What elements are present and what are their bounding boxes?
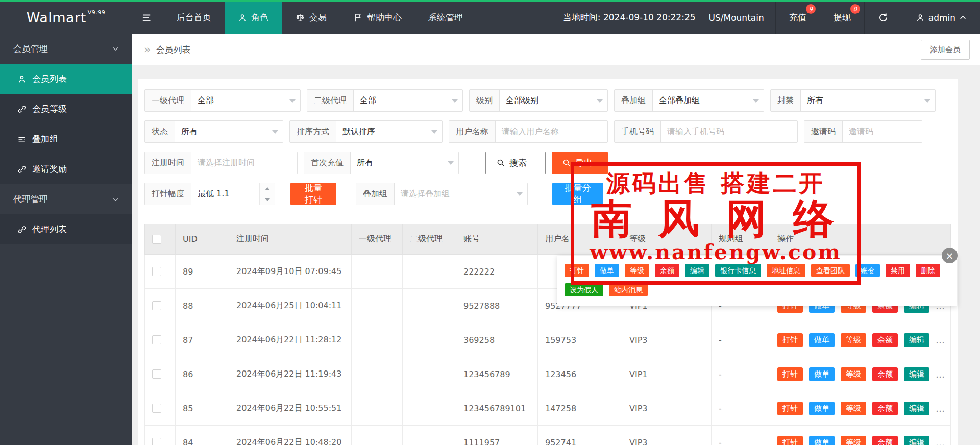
make-order-button[interactable]: 做单 [595,264,619,277]
cell-account: 123456789 [456,357,538,391]
balance-button[interactable]: 余额 [872,402,898,415]
menu-toggle-icon[interactable] [132,2,163,34]
nav-item-trade-label: 交易 [309,12,327,23]
phone-filter[interactable]: 手机号码请输入手机号码 [614,120,798,143]
nav-item-role[interactable]: 角色 [225,2,282,34]
spinner-up-icon[interactable] [260,183,275,194]
page-title: 会员列表 [156,44,190,56]
inject-range-field[interactable]: 打针幅度最低 1.1 [144,183,275,205]
agent2-filter-label: 二级代理 [307,90,354,111]
cell-reg-time: 2024年06月22日 10:55:51 [229,391,352,426]
level-filter[interactable]: 级别全部级别 [469,89,608,112]
sidebar-group-agent-management[interactable]: 代理管理 [0,184,132,214]
site-message-button[interactable]: 站内消息 [609,283,648,296]
username-filter-label: 用户名称 [449,121,496,142]
cell-reg-time: 2024年06月22日 11:28:12 [229,323,352,357]
sidebar-group-member-management[interactable]: 会员管理 [0,34,132,64]
agent1-filter[interactable]: 一级代理全部 [144,89,301,112]
user-menu[interactable]: admin [902,2,980,34]
sidebar-item-overlay-group[interactable]: 叠加组 [0,124,132,154]
account-change-button[interactable]: 账变 [855,264,880,277]
level-button[interactable]: 等级 [841,367,866,381]
first-recharge-filter[interactable]: 首次充值所有 [304,152,459,174]
spinner-down-icon[interactable] [260,194,275,205]
invite-code-filter[interactable]: 邀请码邀请码 [804,120,922,143]
edit-button[interactable]: 编辑 [904,367,929,381]
level-filter-value: 全部级别 [500,90,592,111]
make-order-button[interactable]: 做单 [809,436,835,445]
disable-button[interactable]: 禁用 [886,264,910,277]
number-spinner[interactable] [259,183,275,205]
sidebar-item-invite-reward[interactable]: 邀请奖励 [0,154,132,184]
balance-button[interactable]: 余额 [872,333,898,347]
make-order-button[interactable]: 做单 [809,333,835,347]
sidebar-item-agent-list[interactable]: 代理列表 [0,214,132,244]
view-team-button[interactable]: 查看团队 [811,264,850,277]
sidebar-item-member-list[interactable]: 会员列表 [0,64,132,94]
sidebar-item-member-level[interactable]: 会员等级 [0,94,132,124]
overlay-group-assign-filter[interactable]: 叠加组请选择叠加组 [356,183,528,205]
close-icon[interactable]: × [942,248,958,263]
status-filter[interactable]: 状态所有 [144,120,283,143]
nav-item-help-center[interactable]: 帮助中心 [340,2,415,34]
edit-button[interactable]: 编辑 [685,264,709,277]
refresh-button[interactable] [864,2,902,34]
register-time-filter[interactable]: 注册时间请选择注册时间 [144,152,298,174]
nav-item-system[interactable]: 系统管理 [415,2,476,34]
recharge-button[interactable]: 充值 9 [775,2,820,34]
ban-filter[interactable]: 封禁所有 [770,89,936,112]
level-button[interactable]: 等级 [841,333,866,347]
make-order-button[interactable]: 做单 [809,402,835,415]
sort-filter[interactable]: 排序方式默认排序 [289,120,443,143]
cell-reg-time: 2024年06月22日 11:19:43 [229,357,352,391]
inject-button[interactable]: 打针 [777,402,803,415]
bank-card-info-button[interactable]: 银行卡信息 [715,264,761,277]
edit-button[interactable]: 编辑 [904,402,929,415]
cell-reg-time: 2024年06月22日 10:48:20 [229,426,352,445]
filter-row-2: 状态所有排序方式默认排序用户名称请输入用户名称手机号码请输入手机号码邀请码邀请码 [144,120,951,143]
row-checkbox[interactable] [152,438,161,445]
export-button[interactable]: 导出 [552,152,608,174]
brand-name: Walmart [27,10,86,26]
inject-button[interactable]: 打针 [777,436,803,445]
balance-button[interactable]: 余额 [872,436,898,445]
make-order-button[interactable]: 做单 [809,367,835,381]
row-checkbox[interactable] [152,369,161,379]
row-checkbox[interactable] [152,404,161,413]
edit-button[interactable]: 编辑 [904,436,929,445]
top-nav-menu: 后台首页角色交易帮助中心系统管理 [163,2,476,34]
register-time-filter-value: 请选择注册时间 [191,152,297,174]
batch-group-button[interactable]: 批量分组 [552,183,603,205]
add-member-button[interactable]: 添加会员 [921,40,970,60]
nav-item-dashboard[interactable]: 后台首页 [163,2,225,34]
set-fake-user-button[interactable]: 设为假人 [565,283,603,296]
inject-button[interactable]: 打针 [565,264,589,277]
username-filter[interactable]: 用户名称请输入用户名称 [449,120,608,143]
withdraw-button[interactable]: 提现 0 [820,2,864,34]
batch-inject-button[interactable]: 批量打针 [290,183,336,205]
search-button[interactable]: 搜索 [485,152,546,174]
balance-button[interactable]: 余额 [872,367,898,381]
row-checkbox[interactable] [152,267,161,276]
inject-button[interactable]: 打针 [777,333,803,347]
filter-row-4: 打针幅度最低 1.1批量打针叠加组请选择叠加组批量分组 [144,183,951,205]
cell-actions: 打针做单等级余额编辑… [770,357,951,391]
nav-item-trade[interactable]: 交易 [282,2,340,34]
cell-uid: 89 [176,255,229,289]
inject-button[interactable]: 打针 [777,367,803,381]
overlay-group-filter[interactable]: 叠加组全部叠加组 [614,89,764,112]
agent2-filter[interactable]: 二级代理全部 [307,89,463,112]
level-button[interactable]: 等级 [625,264,649,277]
select-all-checkbox[interactable] [152,235,161,244]
level-button[interactable]: 等级 [841,402,866,415]
cell-level: VIP3 [622,426,712,445]
inject-range-field-label: 打针幅度 [145,183,191,205]
row-actions: 打针做单等级余额编辑… [777,436,943,445]
level-button[interactable]: 等级 [841,436,866,445]
address-info-button[interactable]: 地址信息 [767,264,805,277]
row-checkbox[interactable] [152,335,161,344]
delete-button[interactable]: 删除 [916,264,940,277]
edit-button[interactable]: 编辑 [904,333,929,347]
balance-button[interactable]: 余额 [655,264,679,277]
row-checkbox[interactable] [152,301,161,310]
